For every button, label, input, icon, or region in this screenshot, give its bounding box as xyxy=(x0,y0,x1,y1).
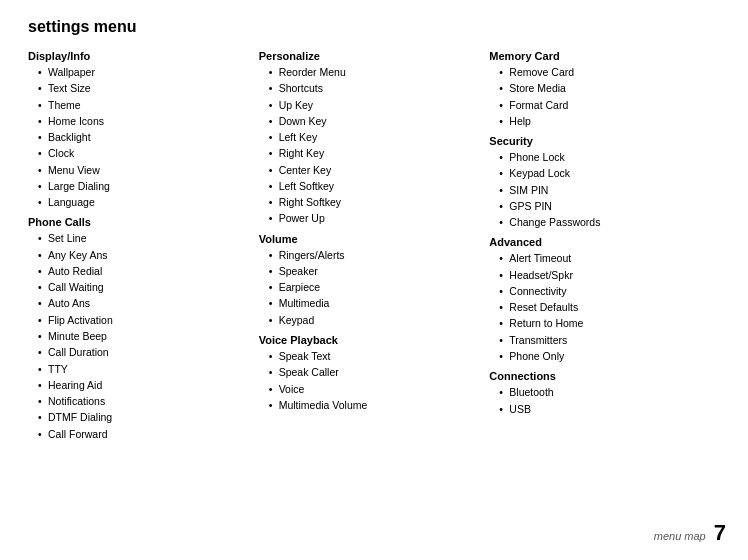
list-item: Shortcuts xyxy=(269,80,480,96)
section-list-2-0: Remove CardStore MediaFormat CardHelp xyxy=(489,64,710,129)
list-item: Power Up xyxy=(269,210,480,226)
list-item: Backlight xyxy=(38,129,249,145)
list-item: Home Icons xyxy=(38,113,249,129)
section-list-0-0: WallpaperText SizeThemeHome IconsBacklig… xyxy=(28,64,249,210)
column-2: Memory CardRemove CardStore MediaFormat … xyxy=(489,44,720,442)
section-list-2-2: Alert TimeoutHeadset/SpkrConnectivityRes… xyxy=(489,250,710,364)
list-item: Menu View xyxy=(38,162,249,178)
list-item: Flip Activation xyxy=(38,312,249,328)
list-item: Phone Only xyxy=(499,348,710,364)
list-item: Call Waiting xyxy=(38,279,249,295)
list-item: Left Key xyxy=(269,129,480,145)
footer: menu map 7 xyxy=(654,520,726,546)
list-item: Right Key xyxy=(269,145,480,161)
list-item: Format Card xyxy=(499,97,710,113)
content-area: Display/InfoWallpaperText SizeThemeHome … xyxy=(0,44,748,442)
list-item: Help xyxy=(499,113,710,129)
list-item: Down Key xyxy=(269,113,480,129)
list-item: Minute Beep xyxy=(38,328,249,344)
section-title-1-1: Volume xyxy=(259,233,480,245)
list-item: Connectivity xyxy=(499,283,710,299)
list-item: Transmitters xyxy=(499,332,710,348)
section-list-2-1: Phone LockKeypad LockSIM PINGPS PINChang… xyxy=(489,149,710,230)
list-item: Auto Ans xyxy=(38,295,249,311)
section-title-2-1: Security xyxy=(489,135,710,147)
list-item: Call Forward xyxy=(38,426,249,442)
list-item: Speaker xyxy=(269,263,480,279)
list-item: Multimedia Volume xyxy=(269,397,480,413)
section-title-2-0: Memory Card xyxy=(489,50,710,62)
list-item: Left Softkey xyxy=(269,178,480,194)
list-item: Clock xyxy=(38,145,249,161)
list-item: USB xyxy=(499,401,710,417)
list-item: Speak Caller xyxy=(269,364,480,380)
list-item: Notifications xyxy=(38,393,249,409)
section-title-2-3: Connections xyxy=(489,370,710,382)
footer-number: 7 xyxy=(714,520,726,546)
list-item: Text Size xyxy=(38,80,249,96)
list-item: Return to Home xyxy=(499,315,710,331)
list-item: Reorder Menu xyxy=(269,64,480,80)
section-list-1-2: Speak TextSpeak CallerVoiceMultimedia Vo… xyxy=(259,348,480,413)
list-item: Voice xyxy=(269,381,480,397)
list-item: Bluetooth xyxy=(499,384,710,400)
list-item: Multimedia xyxy=(269,295,480,311)
list-item: Set Line xyxy=(38,230,249,246)
list-item: Headset/Spkr xyxy=(499,267,710,283)
column-0: Display/InfoWallpaperText SizeThemeHome … xyxy=(28,44,259,442)
list-item: Remove Card xyxy=(499,64,710,80)
list-item: DTMF Dialing xyxy=(38,409,249,425)
list-item: Right Softkey xyxy=(269,194,480,210)
list-item: Large Dialing xyxy=(38,178,249,194)
list-item: Center Key xyxy=(269,162,480,178)
section-title-1-2: Voice Playback xyxy=(259,334,480,346)
list-item: Ringers/Alerts xyxy=(269,247,480,263)
list-item: TTY xyxy=(38,361,249,377)
list-item: Hearing Aid xyxy=(38,377,249,393)
list-item: GPS PIN xyxy=(499,198,710,214)
section-list-1-0: Reorder MenuShortcutsUp KeyDown KeyLeft … xyxy=(259,64,480,227)
footer-label: menu map xyxy=(654,530,706,542)
section-list-2-3: BluetoothUSB xyxy=(489,384,710,417)
list-item: Keypad xyxy=(269,312,480,328)
list-item: Earpiece xyxy=(269,279,480,295)
list-item: Call Duration xyxy=(38,344,249,360)
section-title-0-1: Phone Calls xyxy=(28,216,249,228)
list-item: Up Key xyxy=(269,97,480,113)
list-item: Store Media xyxy=(499,80,710,96)
list-item: Keypad Lock xyxy=(499,165,710,181)
column-1: PersonalizeReorder MenuShortcutsUp KeyDo… xyxy=(259,44,490,442)
list-item: Speak Text xyxy=(269,348,480,364)
list-item: Language xyxy=(38,194,249,210)
section-list-1-1: Ringers/AlertsSpeakerEarpieceMultimediaK… xyxy=(259,247,480,328)
list-item: SIM PIN xyxy=(499,182,710,198)
section-title-2-2: Advanced xyxy=(489,236,710,248)
list-item: Theme xyxy=(38,97,249,113)
list-item: Auto Redial xyxy=(38,263,249,279)
list-item: Change Passwords xyxy=(499,214,710,230)
section-list-0-1: Set LineAny Key AnsAuto RedialCall Waiti… xyxy=(28,230,249,441)
list-item: Reset Defaults xyxy=(499,299,710,315)
section-title-1-0: Personalize xyxy=(259,50,480,62)
list-item: Phone Lock xyxy=(499,149,710,165)
list-item: Any Key Ans xyxy=(38,247,249,263)
section-title-0-0: Display/Info xyxy=(28,50,249,62)
list-item: Alert Timeout xyxy=(499,250,710,266)
page-title: settings menu xyxy=(0,0,748,44)
list-item: Wallpaper xyxy=(38,64,249,80)
